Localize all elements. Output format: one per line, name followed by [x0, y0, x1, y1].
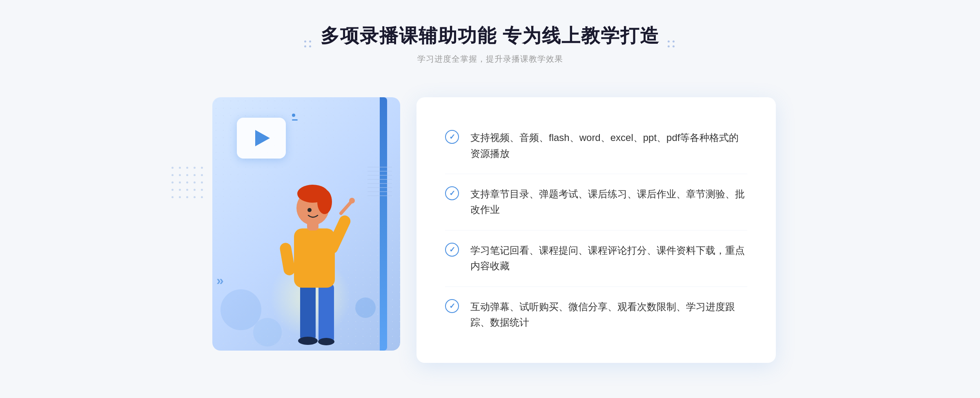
feature-text-2: 支持章节目录、弹题考试、课后练习、课后作业、章节测验、批改作业 — [470, 186, 747, 218]
check-icon-3 — [445, 243, 459, 257]
dot — [673, 40, 675, 42]
svg-rect-6 — [279, 242, 296, 276]
dot — [668, 45, 670, 47]
check-icon-1 — [445, 130, 459, 144]
check-icon-4 — [445, 299, 459, 313]
dot — [304, 40, 306, 42]
dot — [309, 45, 311, 47]
check-icon-2 — [445, 186, 459, 200]
play-button-bubble — [237, 118, 286, 159]
illustration-area: » — [204, 85, 416, 363]
play-triangle-icon — [255, 130, 270, 146]
feature-text-1: 支持视频、音频、flash、word、excel、ppt、pdf等各种格式的资源… — [470, 130, 747, 161]
dot — [673, 45, 675, 47]
svg-rect-0 — [300, 284, 316, 341]
dot — [309, 40, 311, 42]
header-dots-left — [304, 40, 312, 49]
content-section: » 支持视频、音频、flash、word、excel、ppt、pdf等各种格式的… — [204, 85, 776, 363]
header-section: 多项录播课辅助功能 专为线上教学打造 学习进度全掌握，提升录播课教学效果 — [321, 25, 660, 65]
dot — [304, 45, 306, 47]
svg-point-10 — [317, 190, 332, 214]
svg-point-11 — [307, 208, 312, 212]
sparkle-decoration — [292, 114, 298, 121]
content-panel: 支持视频、音频、flash、word、excel、ppt、pdf等各种格式的资源… — [416, 97, 776, 363]
svg-rect-1 — [318, 284, 334, 343]
decorative-lines — [368, 167, 392, 199]
outer-decoration-dots — [172, 167, 205, 200]
arrow-decoration: » — [216, 273, 224, 288]
dot — [668, 40, 670, 42]
svg-line-12 — [341, 202, 351, 213]
feature-item-2: 支持章节目录、弹题考试、课后练习、课后作业、章节测验、批改作业 — [445, 174, 747, 230]
feature-item-4: 互动弹幕、试听购买、微信分享、观看次数限制、学习进度跟踪、数据统计 — [445, 287, 747, 343]
person-illustration — [261, 149, 368, 363]
blue-accent-bar — [380, 97, 387, 351]
svg-point-2 — [298, 337, 318, 345]
svg-point-13 — [349, 198, 355, 203]
main-title: 多项录播课辅助功能 专为线上教学打造 — [321, 25, 660, 47]
feature-text-3: 学习笔记回看、课程提问、课程评论打分、课件资料下载，重点内容收藏 — [470, 243, 747, 274]
svg-rect-4 — [294, 228, 335, 288]
svg-point-3 — [318, 338, 334, 345]
feature-item-3: 学习笔记回看、课程提问、课程评论打分、课件资料下载，重点内容收藏 — [445, 230, 747, 287]
page-container: 多项录播课辅助功能 专为线上教学打造 学习进度全掌握，提升录播课教学效果 — [0, 0, 980, 398]
feature-text-4: 互动弹幕、试听购买、微信分享、观看次数限制、学习进度跟踪、数据统计 — [470, 299, 747, 331]
subtitle: 学习进度全掌握，提升录播课教学效果 — [321, 54, 660, 65]
feature-item-1: 支持视频、音频、flash、word、excel、ppt、pdf等各种格式的资源… — [445, 118, 747, 174]
header-dots-right — [668, 40, 676, 49]
